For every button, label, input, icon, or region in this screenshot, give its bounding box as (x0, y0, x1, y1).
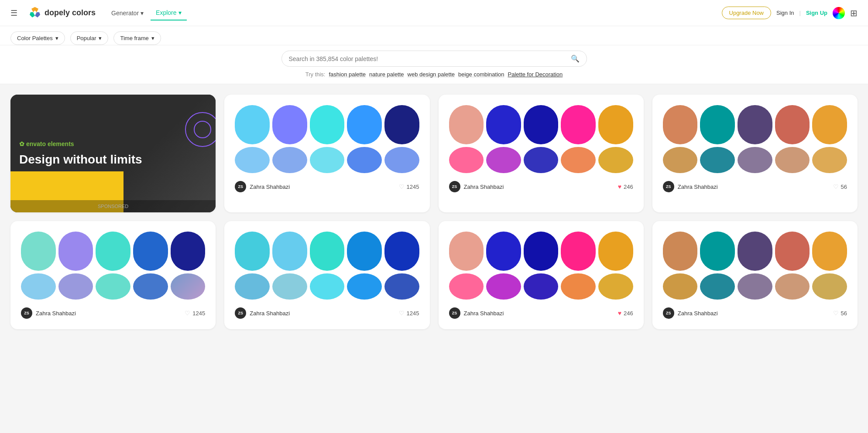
swatch-pill (235, 232, 270, 271)
search-input[interactable] (289, 55, 567, 62)
try-this-label: Try this: (305, 71, 326, 78)
swatch-pill (700, 105, 735, 144)
heart-icon[interactable]: ♡ (399, 310, 405, 317)
filter-label: Popular (77, 35, 96, 41)
swatch-pill (775, 232, 810, 271)
swatch-circle (812, 147, 847, 173)
swatch-circle (96, 273, 130, 300)
likes-count: 246 (624, 310, 633, 317)
card-footer: ZS Zahra Shahbazi ♥ 246 (449, 181, 633, 192)
swatches-top (449, 105, 633, 144)
header: ☰ dopely colors Generator ▾ Explore ▾ Up… (0, 0, 868, 26)
card-likes[interactable]: ♡ 56 (833, 183, 847, 190)
card-footer: ZS Zahra Shahbazi ♥ 246 (449, 307, 633, 319)
nav-explore[interactable]: Explore ▾ (151, 6, 186, 20)
swatch-circle (171, 273, 206, 300)
swatch-circle (812, 273, 847, 300)
card-likes[interactable]: ♡ 1245 (185, 310, 205, 317)
filter-timeframe[interactable]: Time frame ▾ (113, 31, 161, 45)
card-likes[interactable]: ♡ 1245 (399, 310, 419, 317)
palette-card-4[interactable]: ZS Zahra Shahbazi ♡ 1245 (10, 221, 216, 329)
palette-card-6[interactable]: ZS Zahra Shahbazi ♥ 246 (439, 221, 644, 329)
swatch-pill (812, 232, 847, 271)
card-likes[interactable]: ♡ 1245 (399, 183, 419, 190)
palette-card-3[interactable]: ZS Zahra Shahbazi ♡ 56 (652, 95, 858, 212)
swatches-top (449, 232, 633, 271)
suggestion-beige[interactable]: beige combination (458, 71, 504, 78)
palette-card-1[interactable]: ZS Zahra Shahbazi ♡ 1245 (224, 95, 429, 212)
swatch-circle (561, 147, 596, 173)
swatch-pill (663, 232, 698, 271)
suggestion-nature[interactable]: nature palette (369, 71, 404, 78)
envato-circle-2 (194, 121, 211, 138)
swatch-circle (598, 273, 633, 300)
nav-generator[interactable]: Generator ▾ (106, 6, 149, 20)
swatch-circle (700, 273, 735, 300)
swatch-pill (310, 105, 345, 144)
swatch-pill (272, 232, 307, 271)
filter-color-palettes[interactable]: Color Palettes ▾ (10, 31, 65, 45)
swatch-circle (384, 273, 419, 300)
swatch-circle (310, 273, 345, 300)
card-author: ZS Zahra Shahbazi (449, 307, 504, 319)
logo-icon (28, 6, 42, 20)
swatches-bottom (663, 273, 847, 300)
search-icon[interactable]: 🔍 (571, 55, 580, 63)
swatches-top (235, 232, 419, 271)
swatch-circle (524, 273, 559, 300)
logo-text: dopely colors (45, 8, 96, 17)
heart-icon[interactable]: ♡ (833, 310, 839, 317)
card-footer: ZS Zahra Shahbazi ♡ 1245 (235, 181, 419, 192)
envato-bg: ✿ envato elements Design without limits (10, 95, 216, 212)
avatar: ZS (21, 307, 32, 319)
author-name: Zahra Shahbazi (464, 310, 504, 317)
card-likes[interactable]: ♡ 56 (833, 310, 847, 317)
card-likes[interactable]: ♥ 246 (618, 310, 633, 317)
card-author: ZS Zahra Shahbazi (235, 307, 290, 319)
filter-bar: Color Palettes ▾ Popular ▾ Time frame ▾ (0, 26, 868, 45)
likes-count: 1245 (192, 310, 205, 317)
avatar: ZS (235, 181, 246, 192)
sign-up-button[interactable]: Sign Up (806, 10, 827, 16)
search-area: 🔍 Try this: fashion palette nature palet… (0, 45, 868, 84)
swatch-circle (133, 273, 168, 300)
swatch-circle (58, 273, 93, 300)
heart-icon[interactable]: ♡ (399, 183, 405, 190)
suggestion-fashion[interactable]: fashion palette (329, 71, 366, 78)
palette-card-2[interactable]: ZS Zahra Shahbazi ♥ 246 (439, 95, 644, 212)
suggestion-decoration[interactable]: Palette for Decoration (508, 71, 563, 78)
logo[interactable]: dopely colors (28, 6, 96, 20)
color-wheel-icon[interactable] (833, 7, 845, 19)
swatch-pill (561, 232, 596, 271)
menu-icon[interactable]: ☰ (10, 8, 17, 18)
likes-count: 56 (841, 184, 847, 190)
swatch-pill (384, 105, 419, 144)
likes-count: 246 (624, 184, 633, 190)
swatch-pill (663, 105, 698, 144)
swatch-circle (700, 147, 735, 173)
swatch-pill (700, 232, 735, 271)
palette-card-5[interactable]: ZS Zahra Shahbazi ♡ 1245 (224, 221, 429, 329)
heart-icon[interactable]: ♡ (833, 183, 839, 190)
swatches-bottom (663, 147, 847, 173)
main-nav: Generator ▾ Explore ▾ (106, 6, 187, 20)
card-footer: ZS Zahra Shahbazi ♡ 1245 (21, 307, 205, 319)
card-likes[interactable]: ♥ 246 (618, 183, 633, 190)
avatar: ZS (663, 307, 674, 319)
card-author: ZS Zahra Shahbazi (663, 181, 718, 192)
heart-icon[interactable]: ♡ (185, 310, 190, 317)
heart-icon[interactable]: ♥ (618, 310, 621, 317)
grid-icon[interactable]: ⊞ (850, 8, 858, 18)
swatch-circle (272, 147, 307, 173)
swatch-pill (486, 105, 521, 144)
likes-count: 1245 (407, 184, 419, 190)
suggestion-webdesign[interactable]: web design palette (408, 71, 455, 78)
header-right: Upgrade Now Sign In | Sign Up ⊞ (722, 7, 858, 19)
card-footer: ZS Zahra Shahbazi ♡ 1245 (235, 307, 419, 319)
filter-popular[interactable]: Popular ▾ (70, 31, 109, 45)
heart-icon[interactable]: ♥ (618, 183, 621, 190)
swatch-circle (21, 273, 56, 300)
sign-in-button[interactable]: Sign In (776, 10, 794, 16)
upgrade-now-button[interactable]: Upgrade Now (722, 7, 772, 19)
palette-card-7[interactable]: ZS Zahra Shahbazi ♡ 56 (652, 221, 858, 329)
